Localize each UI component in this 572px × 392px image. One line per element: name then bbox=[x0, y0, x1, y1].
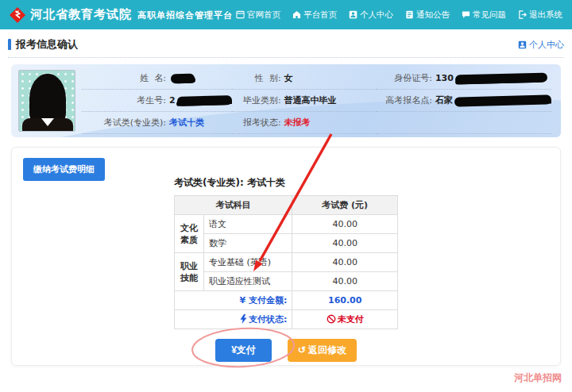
col-header-subject: 考试科目 bbox=[175, 196, 292, 215]
redaction-mark-id bbox=[455, 72, 547, 84]
payment-amount-value: 160.00 bbox=[292, 291, 398, 310]
candidate-info-card: 姓 名: 性 别: 女 身份证号: 130 考生号: 2 毕业类别: 普通高中毕… bbox=[11, 64, 561, 137]
gender-label: 性 别: bbox=[232, 72, 281, 84]
fee-professional-basics: 40.00 bbox=[292, 253, 398, 272]
field-empty bbox=[377, 112, 551, 134]
name-label: 姓 名: bbox=[82, 72, 166, 84]
graduation-type-label: 毕业类别: bbox=[232, 94, 281, 106]
graduation-type-value: 普通高中毕业 bbox=[284, 94, 337, 106]
user-card-icon bbox=[349, 10, 358, 19]
nav-label: 平台首页 bbox=[303, 10, 337, 21]
fee-table: 考试科目 考试费 (元) 文化素质 语文 40.00 数学 40.00 职业技能… bbox=[174, 195, 398, 329]
candidate-number-label: 考生号: bbox=[82, 94, 166, 106]
lightning-icon bbox=[240, 314, 247, 324]
logout-icon bbox=[518, 10, 527, 19]
group-vocational-skill: 职业技能 bbox=[175, 253, 204, 291]
field-id-number: 身份证号: 130 bbox=[377, 67, 551, 90]
field-registration-point: 高考报名点: 石家 bbox=[377, 90, 551, 112]
site-logo-icon bbox=[10, 7, 25, 23]
fee-table-title-value: 考试十类 bbox=[247, 177, 285, 188]
nav-faq[interactable]: 常见问题 bbox=[462, 10, 506, 21]
payment-status-row: 支付状态: 未支付 bbox=[175, 310, 398, 329]
candidate-fields-grid: 姓 名: 性 别: 女 身份证号: 130 考生号: 2 毕业类别: 普通高中毕… bbox=[82, 67, 551, 134]
nav-announcements[interactable]: 通知公告 bbox=[405, 10, 450, 21]
nav-label: 常见问题 bbox=[473, 10, 506, 21]
user-card-icon bbox=[518, 40, 527, 49]
exam-class-value: 考试十类 bbox=[169, 117, 204, 129]
personal-center-label: 个人中心 bbox=[529, 39, 564, 51]
payment-status-value: 未支付 bbox=[292, 310, 398, 329]
nav-label: 官网首页 bbox=[247, 10, 280, 21]
browser-icon bbox=[236, 10, 245, 19]
section-accent-bar bbox=[8, 39, 11, 50]
gender-value: 女 bbox=[284, 72, 293, 84]
registration-status-label: 报考状态: bbox=[232, 117, 281, 129]
field-gender: 性 别: 女 bbox=[232, 67, 377, 90]
col-header-fee: 考试费 (元) bbox=[292, 196, 398, 215]
personal-center-link[interactable]: 个人中心 bbox=[518, 39, 564, 51]
nav-label: 个人中心 bbox=[360, 10, 393, 21]
top-nav: 官网首页 平台首页 个人中心 通知公告 常见问题 退出系统 bbox=[236, 10, 562, 21]
candidate-number-prefix: 2 bbox=[169, 95, 176, 106]
field-registration-status: 报考状态: 未报考 bbox=[232, 112, 377, 134]
table-row: 职业适应性测试 40.00 bbox=[175, 272, 398, 291]
field-exam-class: 考试类(专业类): 考试十类 bbox=[82, 112, 232, 134]
subject-aptitude-test: 职业适应性测试 bbox=[203, 272, 292, 291]
site-watermark: 河北单招网 bbox=[514, 371, 562, 385]
platform-name: 高职单招综合管理平台 bbox=[137, 10, 233, 21]
payment-status-label-text: 支付状态: bbox=[249, 314, 287, 325]
registration-point-prefix: 石家 bbox=[435, 94, 453, 106]
page-title: 报考信息确认 bbox=[16, 37, 78, 52]
nav-label: 退出系统 bbox=[529, 10, 562, 21]
back-to-modify-label: 返回修改 bbox=[308, 344, 346, 355]
field-candidate-number: 考生号: 2 bbox=[82, 90, 232, 112]
group-cultural-quality: 文化素质 bbox=[175, 215, 204, 253]
table-row: 文化素质 语文 40.00 bbox=[175, 215, 398, 234]
fee-table-title-label: 考试类(专业类): bbox=[174, 177, 244, 188]
section-header: 报考信息确认 个人中心 bbox=[8, 36, 564, 53]
payment-amount-row: ¥ 支付金额: 160.00 bbox=[175, 291, 398, 310]
fee-confirmation-card: 缴纳考试费明细 考试类(专业类): 考试十类 考试科目 考试费 (元) 文化素质… bbox=[11, 147, 561, 366]
field-name: 姓 名: bbox=[82, 67, 232, 90]
subject-math: 数学 bbox=[203, 234, 292, 253]
prohibited-icon bbox=[327, 314, 336, 324]
fee-math: 40.00 bbox=[292, 234, 398, 253]
announcement-icon bbox=[405, 10, 414, 19]
pay-exam-fee-detail-button[interactable]: 缴纳考试费明细 bbox=[23, 158, 105, 181]
field-graduation-type: 毕业类别: 普通高中毕业 bbox=[232, 90, 377, 112]
id-label: 身份证号: bbox=[377, 72, 432, 84]
payment-status-value-text: 未支付 bbox=[338, 314, 364, 325]
pay-button[interactable]: ¥支付 bbox=[215, 339, 272, 362]
fee-table-section: 考试类(专业类): 考试十类 考试科目 考试费 (元) 文化素质 语文 40.0… bbox=[174, 148, 398, 362]
nav-label: 通知公告 bbox=[416, 10, 450, 21]
table-row: 数学 40.00 bbox=[175, 234, 398, 253]
fee-aptitude-test: 40.00 bbox=[292, 272, 398, 291]
payment-amount-label: ¥ 支付金额: bbox=[175, 291, 292, 310]
fee-chinese: 40.00 bbox=[292, 215, 398, 234]
subject-professional-basics: 专业基础 (英语) bbox=[203, 253, 292, 272]
back-to-modify-button[interactable]: ↺返回修改 bbox=[288, 339, 357, 362]
section-divider bbox=[8, 57, 564, 58]
subject-chinese: 语文 bbox=[203, 215, 292, 234]
registration-status-value: 未报考 bbox=[284, 117, 311, 129]
nav-logout[interactable]: 退出系统 bbox=[518, 10, 562, 21]
payment-status-label: 支付状态: bbox=[175, 310, 292, 329]
redaction-mark-registration-point bbox=[454, 94, 551, 106]
redaction-mark-name bbox=[171, 73, 195, 83]
candidate-photo bbox=[18, 70, 75, 132]
home-icon bbox=[292, 10, 301, 19]
table-row: 职业技能 专业基础 (英语) 40.00 bbox=[175, 253, 398, 272]
undo-icon: ↺ bbox=[298, 344, 306, 355]
photo-collar bbox=[41, 118, 54, 126]
nav-platform-home[interactable]: 平台首页 bbox=[292, 10, 337, 21]
exam-class-label: 考试类(专业类): bbox=[82, 117, 166, 129]
action-buttons: ¥支付 ↺返回修改 bbox=[174, 339, 398, 362]
registration-point-label: 高考报名点: bbox=[377, 94, 432, 106]
nav-personal-center[interactable]: 个人中心 bbox=[349, 10, 393, 21]
redaction-mark-candidate-number bbox=[177, 95, 232, 106]
nav-official-home[interactable]: 官网首页 bbox=[236, 10, 280, 21]
chat-bubble-icon bbox=[462, 10, 470, 19]
org-name: 河北省教育考试院 bbox=[30, 7, 132, 22]
fee-table-header-row: 考试科目 考试费 (元) bbox=[175, 196, 398, 215]
id-value-prefix: 130 bbox=[435, 73, 454, 83]
